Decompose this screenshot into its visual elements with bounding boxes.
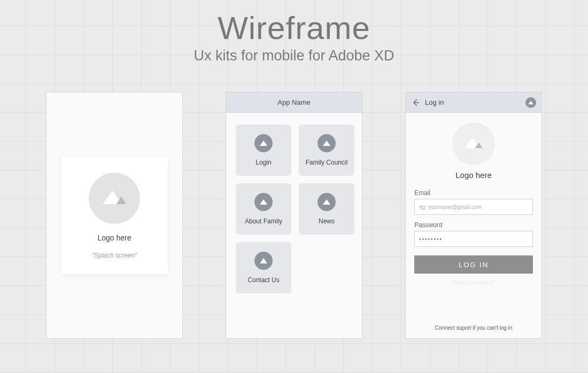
tile-news[interactable]: News: [299, 183, 354, 235]
tile-contact-us[interactable]: Contact Us: [236, 242, 291, 293]
back-icon[interactable]: [411, 98, 421, 107]
appbar-title: Log in: [425, 98, 444, 106]
appbar: App Name: [226, 92, 362, 113]
tile-label: About Family: [245, 217, 282, 225]
image-placeholder-icon: [318, 134, 336, 152]
email-label: Email: [414, 189, 533, 197]
logo-placeholder-icon: [89, 173, 140, 224]
password-field[interactable]: [414, 231, 533, 247]
splash-wrap: Logo here "Splach screen": [47, 92, 182, 338]
support-text: Connect suport if you can't log in: [406, 325, 541, 331]
login-body: Logo here Email Password LOG IN Forgot p…: [406, 113, 541, 286]
page-header: Wireframe Ux kits for mobile for Adobe X…: [0, 0, 588, 64]
avatar-icon[interactable]: [525, 97, 536, 108]
page-subtitle: Ux kits for mobile for Adobe XD: [0, 48, 588, 64]
screen-splash: Logo here "Splach screen": [46, 92, 183, 339]
tile-login[interactable]: Login: [236, 125, 291, 176]
tile-label: News: [319, 217, 335, 225]
artboard-stage: Logo here "Splach screen" App Name Login…: [0, 92, 588, 339]
email-field[interactable]: [414, 199, 533, 215]
tile-label: Login: [256, 159, 271, 166]
screen-login: Log in Logo here Email Password LOG IN F…: [405, 92, 542, 339]
screen-menu: App Name Login Family Council About Fami…: [226, 92, 362, 339]
image-placeholder-icon: [254, 252, 273, 270]
forgot-password-link[interactable]: Forgot password?: [414, 280, 533, 286]
tile-about-family[interactable]: About Family: [236, 183, 291, 235]
appbar: Log in: [406, 92, 541, 113]
password-label: Password: [414, 221, 533, 229]
login-button[interactable]: LOG IN: [414, 255, 533, 274]
image-placeholder-icon: [254, 134, 273, 152]
image-placeholder-icon: [254, 193, 273, 211]
login-logo-label: Logo here: [414, 170, 533, 180]
image-placeholder-icon: [318, 193, 336, 211]
appbar-title: App Name: [277, 98, 310, 106]
menu-grid: Login Family Council About Family News C…: [226, 113, 362, 305]
tile-label: Contact Us: [247, 276, 279, 284]
page-title: Wireframe: [0, 10, 588, 46]
password-group: Password: [414, 221, 533, 247]
email-group: Email: [414, 189, 533, 215]
logo-placeholder-icon: [452, 122, 495, 165]
tile-label: Family Council: [306, 159, 348, 166]
splash-card: Logo here "Splach screen": [61, 157, 168, 274]
splash-logo-label: Logo here: [66, 234, 163, 242]
tile-family-council[interactable]: Family Council: [299, 125, 354, 176]
splash-caption: "Splach screen": [66, 252, 163, 259]
